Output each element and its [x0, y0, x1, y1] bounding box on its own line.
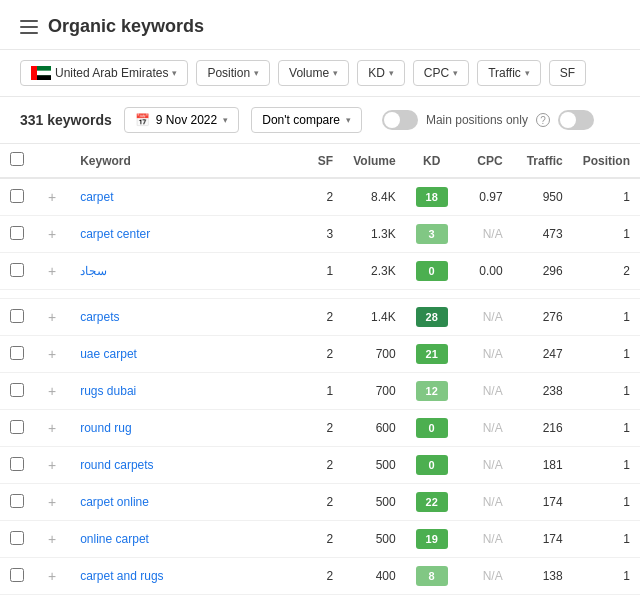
row-checkbox[interactable] [10, 494, 24, 508]
compare-button[interactable]: Don't compare ▾ [251, 107, 362, 133]
table-row: + carpet center 3 1.3K 3 N/A 473 1 [0, 216, 640, 253]
row-checkbox[interactable] [10, 226, 24, 240]
add-keyword-icon[interactable]: + [44, 309, 60, 325]
row-add-cell: + [34, 558, 70, 595]
table-row: + carpet and rugs 2 400 8 N/A 138 1 [0, 558, 640, 595]
traffic-cell: 238 [513, 373, 573, 410]
keyword-link[interactable]: uae carpet [80, 347, 137, 361]
keyword-link[interactable]: round carpets [80, 458, 153, 472]
traffic-cell: 276 [513, 299, 573, 336]
kd-cell: 28 [406, 299, 458, 336]
position-col-header: Position [573, 144, 640, 178]
keyword-link[interactable]: rugs dubai [80, 384, 136, 398]
kd-badge: 19 [416, 529, 448, 549]
add-keyword-icon[interactable]: + [44, 383, 60, 399]
add-keyword-icon[interactable]: + [44, 457, 60, 473]
sf-filter[interactable]: SF [549, 60, 586, 86]
page-title: Organic keywords [20, 16, 620, 37]
position-cell: 1 [573, 178, 640, 216]
cpc-cell: N/A [458, 373, 513, 410]
table-row: + سجاد 1 2.3K 0 0.00 296 2 [0, 253, 640, 290]
kd-filter[interactable]: KD ▾ [357, 60, 405, 86]
keyword-cell: online carpet [70, 521, 303, 558]
row-checkbox-cell [0, 521, 34, 558]
keyword-cell: round rug [70, 410, 303, 447]
add-keyword-icon[interactable]: + [44, 263, 60, 279]
sf-cell: 3 [303, 216, 343, 253]
traffic-cell: 138 [513, 558, 573, 595]
row-add-cell: + [34, 216, 70, 253]
row-checkbox[interactable] [10, 263, 24, 277]
row-checkbox[interactable] [10, 309, 24, 323]
kd-badge: 12 [416, 381, 448, 401]
keyword-link[interactable]: carpets [80, 310, 119, 324]
volume-cell: 500 [343, 521, 405, 558]
keyword-link[interactable]: carpet center [80, 227, 150, 241]
keyword-link[interactable]: round rug [80, 421, 131, 435]
volume-cell: 1.3K [343, 216, 405, 253]
row-add-cell: + [34, 336, 70, 373]
row-checkbox[interactable] [10, 457, 24, 471]
row-checkbox-cell [0, 484, 34, 521]
add-keyword-icon[interactable]: + [44, 420, 60, 436]
add-keyword-icon[interactable]: + [44, 494, 60, 510]
secondary-toggle[interactable] [558, 110, 594, 130]
traffic-filter[interactable]: Traffic ▾ [477, 60, 541, 86]
volume-col-header: Volume [343, 144, 405, 178]
row-checkbox-cell [0, 410, 34, 447]
row-checkbox-cell [0, 253, 34, 290]
kd-badge: 28 [416, 307, 448, 327]
main-positions-toggle[interactable] [382, 110, 418, 130]
traffic-cell: 473 [513, 216, 573, 253]
volume-cell: 8.4K [343, 178, 405, 216]
calendar-icon: 📅 [135, 113, 150, 127]
add-keyword-icon[interactable]: + [44, 189, 60, 205]
sf-cell: 2 [303, 178, 343, 216]
row-checkbox[interactable] [10, 568, 24, 582]
kd-cell: 0 [406, 447, 458, 484]
kd-cell: 8 [406, 558, 458, 595]
keyword-link[interactable]: online carpet [80, 532, 149, 546]
keyword-link[interactable]: سجاد [80, 264, 107, 278]
add-keyword-icon[interactable]: + [44, 226, 60, 242]
row-add-cell: + [34, 253, 70, 290]
page-header: Organic keywords [0, 0, 640, 50]
na-value: N/A [483, 421, 503, 435]
row-checkbox[interactable] [10, 531, 24, 545]
na-value: N/A [483, 310, 503, 324]
table-row: + online carpet 2 500 19 N/A 174 1 [0, 521, 640, 558]
cpc-filter[interactable]: CPC ▾ [413, 60, 469, 86]
add-keyword-icon[interactable]: + [44, 531, 60, 547]
volume-filter[interactable]: Volume ▾ [278, 60, 349, 86]
date-picker-button[interactable]: 📅 9 Nov 2022 ▾ [124, 107, 239, 133]
menu-icon[interactable] [20, 20, 38, 34]
add-keyword-icon[interactable]: + [44, 568, 60, 584]
keyword-link[interactable]: carpet and rugs [80, 569, 163, 583]
help-icon[interactable]: ? [536, 113, 550, 127]
row-checkbox-cell [0, 216, 34, 253]
table-row: + uae carpet 2 700 21 N/A 247 1 [0, 336, 640, 373]
na-value: N/A [483, 569, 503, 583]
keyword-cell: uae carpet [70, 336, 303, 373]
keyword-cell: carpets [70, 299, 303, 336]
row-checkbox[interactable] [10, 346, 24, 360]
kd-cell: 0 [406, 253, 458, 290]
select-all-checkbox[interactable] [10, 152, 24, 166]
row-checkbox-cell [0, 299, 34, 336]
row-checkbox[interactable] [10, 189, 24, 203]
sf-cell: 1 [303, 373, 343, 410]
position-filter[interactable]: Position ▾ [196, 60, 270, 86]
row-checkbox[interactable] [10, 383, 24, 397]
na-value: N/A [483, 227, 503, 241]
keyword-link[interactable]: carpet online [80, 495, 149, 509]
kd-cell: 12 [406, 373, 458, 410]
sf-cell: 2 [303, 484, 343, 521]
sf-cell: 2 [303, 558, 343, 595]
country-filter[interactable]: United Arab Emirates ▾ [20, 60, 188, 86]
kd-cell: 22 [406, 484, 458, 521]
main-positions-label: Main positions only [426, 113, 528, 127]
volume-cell: 700 [343, 336, 405, 373]
keyword-link[interactable]: carpet [80, 190, 113, 204]
row-checkbox[interactable] [10, 420, 24, 434]
add-keyword-icon[interactable]: + [44, 346, 60, 362]
